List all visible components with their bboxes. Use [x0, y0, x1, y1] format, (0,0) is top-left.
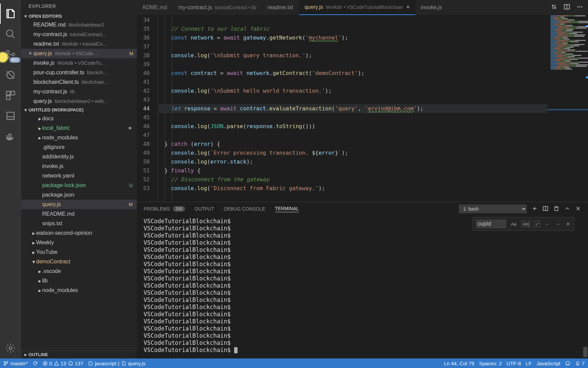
open-editor-item[interactable]: ×my-contract.jstutorialContract... [21, 30, 137, 39]
open-editors-header[interactable]: ▾ OPEN EDITORS [21, 12, 137, 20]
panel-tab-debug[interactable]: DEBUG CONSOLE [224, 206, 265, 212]
folder-item[interactable]: ▸docs [21, 114, 137, 123]
terminal-scrollbar[interactable] [583, 216, 587, 357]
workspace-header[interactable]: ▾ UNTITLED (WORKSPACE) [21, 106, 137, 114]
status-encoding[interactable]: UTF-8 [507, 361, 521, 366]
code-line[interactable]: console.log(`Error processing transactio… [158, 149, 588, 157]
outline-header[interactable]: ▸ OUTLINE [21, 350, 137, 358]
folder-item[interactable]: ▸local_fabric [21, 123, 137, 133]
close-icon[interactable]: × [406, 4, 409, 10]
activity-docker[interactable] [0, 126, 21, 147]
status-notifications[interactable]: 7 [575, 361, 585, 366]
folder-item[interactable]: ▸node_modules [21, 286, 137, 295]
code-line[interactable]: console.log('Disconnect from Fabric gate… [158, 184, 588, 193]
editor-tab[interactable]: ADME.md [137, 0, 173, 15]
code-line[interactable] [158, 95, 588, 104]
tree-item-label: local_fabric [42, 125, 70, 131]
tree-item-label: README.md [42, 211, 75, 217]
status-eol[interactable]: LF [526, 361, 532, 366]
panel-tab-terminal[interactable]: TERMINAL [275, 206, 299, 212]
open-editor-item[interactable]: ×README.mdblockchainbean2 [21, 20, 137, 30]
activity-search[interactable] [0, 24, 21, 44]
code-line[interactable] [158, 113, 588, 122]
status-language[interactable]: JavaScript [537, 361, 560, 366]
code-line[interactable]: } catch (error) { [158, 140, 588, 149]
code-line[interactable]: console.log(error.stack); [158, 157, 588, 166]
close-icon[interactable]: × [27, 50, 33, 57]
editor-tab[interactable]: query.jsWorkdir • VSCodeTutorialBlockcha… [299, 0, 415, 15]
code-line[interactable]: console.log(JSON.parse(response.toString… [158, 122, 588, 131]
folder-item[interactable]: ▸node_modules [21, 133, 137, 142]
code-line[interactable]: } finally { [158, 166, 588, 175]
panel-tab-output[interactable]: OUTPUT [195, 206, 214, 212]
open-editor-item[interactable]: ×invoke.jsWorkdir • VSCodeTu... [21, 58, 137, 68]
code-area[interactable]: 3435363738394041424344454647484950515253… [137, 15, 588, 202]
open-editor-item[interactable]: ×query.jsWorkdir • VSCode...M [21, 49, 137, 58]
close-panel-icon[interactable] [575, 205, 581, 213]
split-editor-icon[interactable] [564, 3, 570, 12]
status-lang-select[interactable]: javascript | query.js [88, 361, 146, 366]
code-line[interactable] [158, 16, 588, 25]
open-editor-item[interactable]: ×pour-cup.controller.tsblockch... [21, 68, 137, 77]
code-content[interactable]: // Connect to our local fabric const net… [158, 15, 588, 202]
open-editor-desc: blockchainbean2 [68, 22, 104, 28]
terminal-output[interactable]: VSCodeTutorialBlockchain$VSCodeTutorialB… [137, 216, 588, 358]
status-branch[interactable]: master* [3, 361, 28, 366]
minimap[interactable] [547, 15, 588, 202]
status-file-label: query.js [128, 361, 145, 366]
code-line[interactable] [158, 131, 588, 140]
activity-custom-1[interactable] [0, 106, 21, 126]
more-icon[interactable] [576, 3, 583, 12]
code-line[interactable]: const contract = await network.getContra… [158, 69, 588, 78]
terminal-select[interactable]: 1: bash [459, 204, 527, 213]
code-line[interactable]: console.log('\nSubmit hello world transa… [158, 87, 588, 95]
status-feedback[interactable] [565, 361, 570, 366]
code-line[interactable]: let response = await contract.evaluateTr… [158, 104, 588, 113]
panel-tab-problems[interactable]: PROBLEMS 150 [144, 206, 185, 212]
folder-item[interactable]: ▸watson-second-opinion [21, 228, 137, 238]
status-position[interactable]: Ln 44, Col 79 [444, 361, 474, 366]
open-editor-item[interactable]: ×my-contract.jslib [21, 87, 137, 96]
activity-settings[interactable] [0, 338, 21, 358]
code-line[interactable]: const network = await gateway.getNetwork… [158, 33, 588, 42]
compare-icon[interactable] [551, 3, 557, 12]
code-line[interactable]: // Disconnect from the gateway [158, 175, 588, 184]
editor-tab[interactable]: my-contract.jstutorialContract • lib [173, 0, 262, 15]
file-item[interactable]: README.md [21, 209, 137, 219]
code-line[interactable] [158, 60, 588, 69]
open-editor-item[interactable]: ×query.jsblockchainbean2 • web... [21, 96, 137, 106]
folder-item[interactable]: ▸lib [21, 276, 137, 286]
file-item[interactable]: addIdentity.js [21, 152, 137, 162]
status-sync[interactable] [33, 361, 38, 366]
editor-tab[interactable]: invoke.js [415, 0, 448, 15]
status-spaces[interactable]: Spaces: 2 [479, 361, 502, 366]
code-line[interactable]: // Connect to our local fabric [158, 25, 588, 33]
editor-tab[interactable]: readme.txt [262, 0, 299, 15]
svg-rect-6 [11, 91, 15, 95]
file-item[interactable]: package.json [21, 190, 137, 200]
folder-item[interactable]: ▸Weekly [21, 238, 137, 247]
code-line[interactable] [158, 42, 588, 51]
folder-item[interactable]: ▾demoContract [21, 257, 137, 266]
file-item[interactable]: .gitignore [21, 142, 137, 152]
folder-item[interactable]: ▸YouTube [21, 247, 137, 257]
open-editor-item[interactable]: ×readme.txtWorkdir • tutorialCo... [21, 39, 137, 49]
file-item[interactable]: snips.txt [21, 219, 137, 228]
status-problems[interactable]: 0 13 137 [43, 361, 83, 366]
file-item[interactable]: package-lock.jsonU [21, 181, 137, 190]
maximize-panel-icon[interactable] [564, 205, 570, 213]
activity-extensions[interactable] [0, 85, 21, 106]
code-line[interactable] [158, 78, 588, 87]
activity-scm[interactable]: 601 [0, 44, 21, 65]
code-line[interactable]: console.log('\nSubmit query transaction.… [158, 51, 588, 60]
folder-item[interactable]: ▸.vscode [21, 266, 137, 276]
file-item[interactable]: network.yaml [21, 171, 137, 181]
file-item[interactable]: invoke.js [21, 162, 137, 171]
activity-explorer[interactable] [0, 3, 21, 24]
split-terminal-icon[interactable] [542, 205, 549, 213]
file-item[interactable]: query.jsM [21, 200, 137, 209]
new-terminal-icon[interactable] [532, 205, 538, 213]
kill-terminal-icon[interactable] [553, 205, 559, 213]
open-editor-item[interactable]: ×blockchainClient.tsblockchain... [21, 77, 137, 87]
activity-debug[interactable] [0, 65, 21, 85]
